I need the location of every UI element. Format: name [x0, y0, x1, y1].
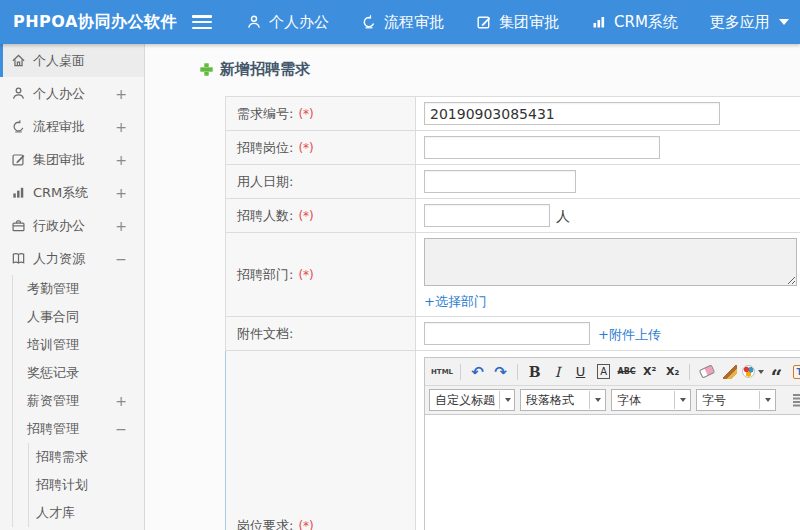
sidebar-item-admin-office[interactable]: 行政办公 + — [0, 209, 144, 242]
field-label: 招聘岗位: — [237, 140, 293, 155]
menu-toggle-icon[interactable] — [192, 15, 212, 29]
toolbar-separator — [460, 364, 461, 380]
field-label: 需求编号: — [237, 106, 293, 121]
field-label: 招聘人数: — [237, 208, 293, 223]
collapse-toggle[interactable]: − — [115, 251, 127, 267]
sidebar-item-label: 培训管理 — [27, 336, 79, 354]
bold-icon[interactable]: B — [524, 361, 545, 382]
chevron-down-icon — [674, 391, 688, 409]
table-row: 附件文档: +附件上传 — [226, 317, 800, 351]
editor-toolbar-row1: HTML ↶ ↷ B I U A ABC X² X₂ — [425, 358, 800, 386]
page-title: 新增招聘需求 — [200, 60, 800, 79]
attachment-input[interactable] — [424, 322, 590, 345]
font-family-select[interactable]: 字体 — [611, 389, 691, 411]
expand-toggle[interactable]: + — [115, 152, 127, 168]
table-row: 岗位要求:(*) HTML ↶ ↷ B I U A ABC X² — [226, 351, 800, 530]
sidebar-item-label: 流程审批 — [33, 118, 85, 136]
toolbar-separator — [517, 364, 518, 380]
sidebar-item-group-approval[interactable]: 集团审批 + — [0, 143, 144, 176]
required-mark: (*) — [298, 141, 313, 155]
editor-content-area[interactable] — [425, 415, 800, 530]
italic-icon[interactable]: I — [547, 361, 568, 382]
sidebar-item-label: CRM系统 — [33, 184, 88, 202]
underline-icon[interactable]: U — [570, 361, 591, 382]
field-label-cell: 附件文档: — [226, 317, 416, 351]
attachment-upload-link[interactable]: +附件上传 — [598, 327, 661, 342]
sidebar-item-talent-pool[interactable]: 人才库 — [0, 499, 144, 527]
edit-icon — [476, 14, 492, 30]
expand-toggle[interactable]: + — [115, 86, 127, 102]
required-mark: (*) — [298, 209, 313, 223]
toolbar-separator — [689, 364, 690, 380]
nav-workflow-approval[interactable]: 流程审批 — [361, 13, 444, 32]
font-style-icon[interactable]: A — [593, 361, 614, 382]
sidebar-item-crm-system[interactable]: CRM系统 + — [0, 176, 144, 209]
nav-personal-office[interactable]: 个人办公 — [246, 13, 329, 32]
sidebar-item-recruitment-management[interactable]: 招聘管理 − — [0, 415, 144, 443]
source-code-button[interactable]: HTML — [430, 361, 454, 382]
nav-label: 更多应用 — [710, 13, 770, 32]
recruitment-department-textarea[interactable] — [424, 238, 797, 286]
workflow-icon — [11, 119, 26, 134]
field-label-cell: 需求编号:(*) — [226, 97, 416, 131]
expand-toggle[interactable]: + — [115, 218, 127, 234]
sidebar-item-attendance-management[interactable]: 考勤管理 — [0, 275, 144, 303]
sidebar-item-reward-punishment[interactable]: 奖惩记录 — [0, 359, 144, 387]
bar-chart-icon — [591, 14, 607, 30]
recruitment-position-input[interactable] — [424, 136, 660, 159]
table-row: 用人日期: — [226, 165, 800, 199]
blockquote-icon[interactable]: “ — [766, 361, 787, 382]
field-label: 岗位要求: — [237, 518, 293, 530]
sidebar-item-salary-management[interactable]: 薪资管理 + — [0, 387, 144, 415]
field-label-cell: 招聘岗位:(*) — [226, 131, 416, 165]
expand-toggle[interactable]: + — [115, 185, 127, 201]
user-icon — [246, 14, 262, 30]
sidebar-item-workflow-approval[interactable]: 流程审批 + — [0, 110, 144, 143]
required-mark: (*) — [298, 519, 313, 530]
sidebar-item-recruitment-plan[interactable]: 招聘计划 — [0, 471, 144, 499]
nav-label: 流程审批 — [384, 13, 444, 32]
paragraph-format-select[interactable]: 段落格式 — [520, 389, 606, 411]
user-icon — [11, 86, 26, 101]
select-department-link[interactable]: +选择部门 — [424, 293, 800, 311]
nav-group-approval[interactable]: 集团审批 — [476, 13, 559, 32]
demand-number-input[interactable] — [424, 102, 720, 125]
table-row: 招聘部门:(*) +选择部门 — [226, 233, 800, 317]
sidebar-item-training-management[interactable]: 培训管理 — [0, 331, 144, 359]
sidebar-item-recruitment-demand[interactable]: 招聘需求 — [0, 443, 144, 471]
superscript-icon[interactable]: X² — [639, 361, 660, 382]
field-label: 招聘部门: — [237, 267, 293, 282]
field-label: 用人日期: — [237, 174, 293, 189]
nav-crm-system[interactable]: CRM系统 — [591, 13, 678, 32]
subscript-icon[interactable]: X₂ — [662, 361, 683, 382]
headcount-input[interactable] — [424, 204, 550, 227]
sidebar-item-hr-contracts[interactable]: 人事合同 — [0, 303, 144, 331]
hiring-date-input[interactable] — [424, 170, 576, 193]
expand-toggle[interactable]: + — [115, 393, 127, 409]
collapse-toggle[interactable]: − — [115, 421, 127, 437]
sidebar-item-personal-desktop[interactable]: 个人桌面 — [0, 44, 144, 77]
custom-heading-select[interactable]: 自定义标题 — [429, 389, 515, 411]
paste-template-icon[interactable]: T — [789, 361, 800, 382]
sidebar-item-label: 奖惩记录 — [27, 364, 79, 382]
remove-format-icon[interactable] — [696, 361, 717, 382]
strikethrough-icon[interactable]: ABC — [616, 361, 637, 382]
sidebar-item-label: 个人桌面 — [33, 52, 85, 70]
expand-toggle[interactable]: + — [115, 119, 127, 135]
sidebar-item-human-resources[interactable]: 人力资源 − — [0, 242, 144, 275]
top-nav: 个人办公 流程审批 集团审批 CRM系统 更多应用 — [246, 13, 789, 32]
sidebar-item-label: 人事合同 — [27, 308, 79, 326]
sidebar-item-label: 集团审批 — [33, 151, 85, 169]
font-size-select[interactable]: 字号 — [696, 389, 776, 411]
format-brush-icon[interactable] — [719, 361, 740, 382]
redo-icon[interactable]: ↷ — [490, 361, 511, 382]
table-row: 需求编号:(*) — [226, 97, 800, 131]
undo-icon[interactable]: ↶ — [467, 361, 488, 382]
field-label-cell: 招聘部门:(*) — [226, 233, 416, 317]
book-icon — [11, 251, 26, 266]
nav-more-apps[interactable]: 更多应用 — [710, 13, 789, 32]
sidebar-item-personal-office[interactable]: 个人办公 + — [0, 77, 144, 110]
align-left-icon[interactable] — [789, 390, 800, 411]
sidebar-item-label: 考勤管理 — [27, 280, 79, 298]
color-palette-icon[interactable] — [742, 361, 764, 382]
